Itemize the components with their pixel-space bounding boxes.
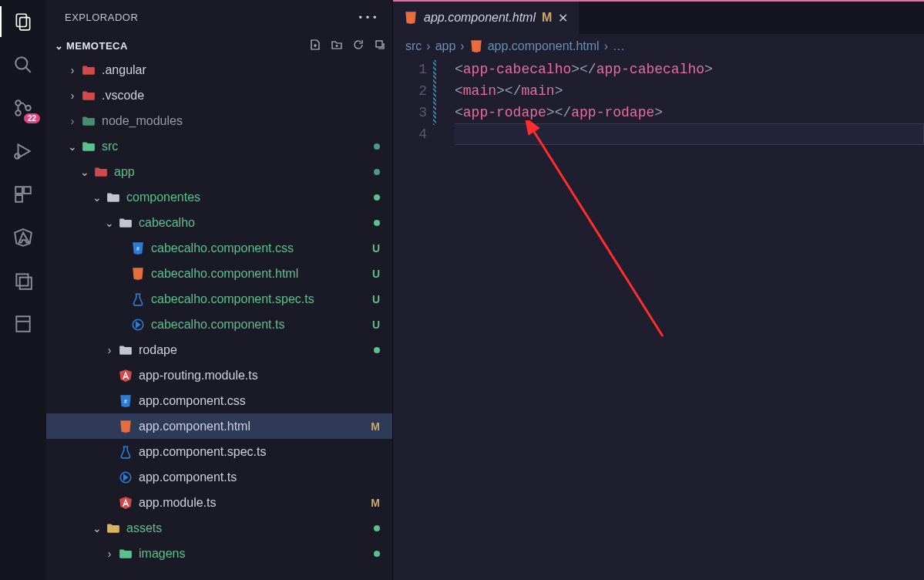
collapse-all-icon[interactable] (374, 39, 386, 53)
file-item[interactable]: app.component.spec.ts (46, 439, 392, 464)
folder-item[interactable]: ›imagens (46, 541, 392, 566)
code-line: <app-cabecalho></app-cabecalho> (455, 59, 924, 80)
code-line: <app-rodape></app-rodape> (455, 102, 924, 123)
css-file-icon: # (129, 241, 146, 255)
svg-rect-11 (15, 195, 22, 202)
git-dot-indicator (374, 143, 380, 150)
breadcrumb[interactable]: src › app › app.component.html › … (393, 34, 924, 59)
breadcrumb-seg[interactable]: app (435, 39, 456, 53)
item-label: app.component.css (139, 394, 246, 408)
file-item[interactable]: cabecalho.component.spec.tsU (46, 286, 392, 312)
activity-search[interactable] (11, 52, 35, 77)
activity-explorer[interactable] (11, 9, 35, 34)
activity-scm[interactable]: 22 (11, 96, 35, 120)
sidebar-header: EXPLORADOR • • • (46, 0, 392, 34)
activity-angular[interactable] (11, 225, 35, 250)
tab-label: app.component.html (424, 11, 536, 25)
chevron-right-icon: › (426, 39, 430, 53)
git-dot-indicator (374, 347, 380, 353)
chevron-down-icon: ⌄ (89, 191, 105, 204)
item-label: cabecalho.component.spec.ts (151, 292, 314, 306)
git-dot-indicator (374, 551, 380, 557)
item-label: app (114, 165, 135, 179)
svg-point-8 (15, 153, 20, 159)
file-item[interactable]: app.module.tsM (46, 490, 392, 515)
svg-line-22 (532, 128, 663, 336)
folder-item[interactable]: ⌄app (46, 159, 392, 184)
item-label: app.component.spec.ts (139, 445, 266, 459)
code-editor[interactable]: 1234 <app-cabecalho></app-cabecalho><mai… (393, 59, 924, 580)
folder-item[interactable]: ⌄cabecalho (46, 210, 392, 235)
git-status-indicator: U (372, 242, 380, 255)
git-status-indicator: M (371, 497, 380, 509)
gutter-modification-indicator (433, 60, 436, 125)
breadcrumb-more[interactable]: … (613, 39, 625, 53)
item-label: app.component.ts (139, 470, 237, 484)
code-line: <main></main> (455, 80, 924, 102)
svg-line-3 (25, 67, 31, 72)
explorer-sidebar: EXPLORADOR • • • ⌄ MEMOTECA ›.angular›.v… (46, 0, 393, 580)
folder-icon (105, 191, 122, 204)
activity-stack[interactable] (11, 268, 35, 293)
breadcrumb-seg[interactable]: app.component.html (488, 39, 600, 53)
chevron-down-icon: ⌄ (52, 40, 66, 52)
folder-item[interactable]: ›.vscode (46, 83, 392, 108)
folder-item[interactable]: ⌄componentes (46, 184, 392, 210)
new-folder-icon[interactable] (331, 39, 343, 53)
folder-item[interactable]: ⌄src (46, 133, 392, 159)
file-item[interactable]: #app.component.css (46, 388, 392, 413)
item-label: app-routing.module.ts (139, 369, 258, 383)
chevron-right-icon: › (460, 39, 464, 53)
item-label: cabecalho.component.ts (151, 318, 284, 332)
tab-modified-indicator: M (542, 11, 552, 25)
activity-extensions[interactable] (11, 182, 35, 207)
line-gutter: 1234 (393, 59, 449, 145)
html-file-icon (469, 39, 483, 53)
git-dot-indicator (374, 194, 380, 201)
activity-panel[interactable] (11, 312, 35, 336)
project-section-header[interactable]: ⌄ MEMOTECA (46, 34, 392, 57)
item-label: app.component.html (139, 420, 250, 433)
folder-icon (80, 140, 97, 153)
annotation-arrow (524, 120, 678, 352)
folder-icon (117, 547, 134, 561)
folder-item[interactable]: ⌄assets (46, 515, 392, 541)
spec-file-icon (129, 292, 146, 306)
ts-file-icon (129, 318, 146, 332)
new-file-icon[interactable] (309, 39, 321, 53)
file-item[interactable]: #cabecalho.component.cssU (46, 235, 392, 261)
folder-icon (92, 165, 109, 179)
file-item[interactable]: cabecalho.component.htmlU (46, 261, 392, 286)
item-label: componentes (126, 191, 200, 204)
chevron-right-icon: › (102, 344, 117, 356)
item-label: rodape (139, 343, 177, 357)
chevron-right-icon: › (604, 39, 608, 53)
file-item[interactable]: app-routing.module.ts (46, 362, 392, 388)
file-item[interactable]: app.component.htmlM (46, 413, 392, 439)
file-item[interactable]: cabecalho.component.tsU (46, 312, 392, 337)
chevron-right-icon: › (102, 548, 117, 560)
folder-icon (117, 343, 134, 357)
git-dot-indicator (374, 220, 380, 226)
svg-rect-17 (376, 41, 382, 47)
activity-debug[interactable] (11, 139, 35, 164)
angular-file-icon (117, 496, 134, 510)
file-item[interactable]: app.component.ts (46, 464, 392, 490)
item-label: imagens (139, 547, 185, 561)
svg-text:#: # (124, 399, 127, 404)
chevron-down-icon: ⌄ (77, 166, 92, 178)
tab-app-component-html[interactable]: app.component.html M ✕ (393, 2, 579, 34)
sidebar-title: EXPLORADOR (65, 12, 138, 23)
sidebar-more-icon[interactable]: • • • (359, 12, 377, 23)
svg-rect-14 (20, 278, 32, 289)
close-icon[interactable]: ✕ (558, 11, 568, 25)
file-tree: ›.angular›.vscode›node_modules⌄src⌄app⌄c… (46, 57, 392, 580)
folder-item[interactable]: ›.angular (46, 57, 392, 83)
svg-point-5 (15, 110, 21, 116)
breadcrumb-seg[interactable]: src (405, 39, 422, 53)
refresh-icon[interactable] (352, 39, 365, 53)
folder-icon (80, 63, 97, 77)
svg-rect-9 (15, 187, 22, 194)
folder-item[interactable]: ›rodape (46, 337, 392, 362)
folder-item[interactable]: ›node_modules (46, 108, 392, 133)
